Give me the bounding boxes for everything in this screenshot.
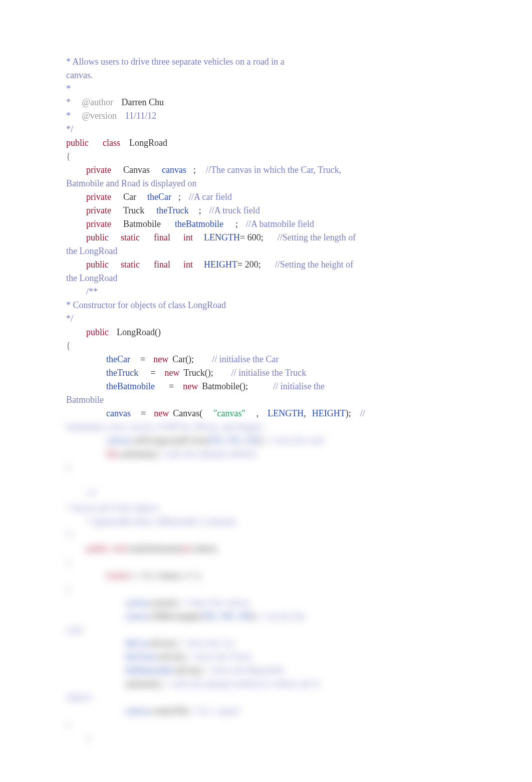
blurred-line: theBatmobile.drive(); // drive the Batmo… — [66, 664, 466, 677]
version-value: 11/11/12 — [125, 111, 157, 121]
eq: = — [140, 354, 145, 364]
blurred-line: animate(); // calls the animate method t… — [66, 677, 466, 691]
doc-line: * @version 11/11/12 — [66, 109, 466, 123]
ctor-name: LongRoad() — [117, 327, 161, 337]
blurred-line: } — [66, 461, 466, 474]
version-tag: @version — [82, 111, 119, 121]
arg: LENGTH — [268, 408, 304, 418]
doc: * Constructor for objects of class LongR… — [66, 300, 226, 310]
lhs: theTruck — [106, 368, 138, 378]
ctor-decl: publicLongRoad() — [66, 326, 466, 339]
open-brace: { — [66, 339, 466, 353]
kw-int: int — [183, 232, 193, 242]
doc: /** — [86, 287, 98, 297]
field-truck: privateTrucktheTruck;//A truck field — [66, 204, 466, 217]
comment-continuation: the LongRoad — [66, 244, 466, 258]
blurred-content: instantiate a new canvas of 600 by 200 p… — [66, 420, 466, 745]
doc-close: */ — [66, 124, 73, 134]
lhs: canvas — [106, 408, 131, 418]
field-name: theCar — [147, 192, 171, 202]
eq: = — [150, 368, 155, 378]
kw-static: static — [121, 232, 140, 242]
rhs: Car(); — [172, 354, 194, 364]
eq: = — [169, 381, 174, 391]
arg: HEIGHT — [312, 408, 346, 418]
type-call: Canvas( — [173, 408, 202, 418]
open-brace: { — [66, 150, 466, 163]
field-batmobile: privateBatmobiletheBatmobile;//A batmobi… — [66, 217, 466, 231]
field-canvas: privateCanvascanvas;//The canvas in whic… — [66, 163, 466, 177]
kw-public: public — [86, 232, 109, 242]
comment: //A car field — [189, 192, 232, 202]
type: Truck — [123, 205, 144, 215]
comment-continuation: Batmobile and Road is displayed on — [66, 177, 466, 190]
blurred-line: road — [66, 623, 466, 637]
comma: , — [256, 408, 259, 418]
doc-line: */ — [66, 123, 466, 136]
doc-open: /** — [66, 285, 466, 299]
semi: ; — [199, 205, 201, 215]
field-name: theTruck — [156, 205, 188, 215]
kw-new: new — [183, 381, 198, 391]
stmt-truck: theTruck=newTruck();// initialise the Tr… — [66, 366, 466, 380]
comment-cont: Batmobile — [66, 395, 104, 405]
comment: // initialise the — [273, 381, 325, 391]
blurred-line: canvas.setForegroundColor(255, 255, 255)… — [66, 434, 466, 447]
field-name: canvas — [162, 165, 186, 175]
kw-private: private — [86, 192, 111, 202]
blurred-line: instantiate a new canvas of 600 by 200 p… — [66, 420, 466, 434]
comment: // — [360, 408, 365, 418]
blurred-line: { — [66, 556, 466, 569]
kw-new: new — [165, 368, 180, 378]
doc-line: * — [66, 82, 466, 96]
doc-star: * — [66, 97, 73, 107]
kw-final: final — [154, 259, 170, 270]
doc: */ — [66, 314, 73, 324]
const-name: HEIGHT — [204, 259, 237, 270]
kw-private: private — [86, 219, 111, 229]
comment: //A truck field — [209, 205, 260, 215]
rhs: Batmobile(); — [202, 381, 248, 391]
val: = 600; — [240, 232, 263, 242]
blurred-line: { — [66, 583, 466, 596]
blurred-line: } — [66, 731, 466, 745]
semi: ; — [178, 192, 181, 202]
comment-text: * Allows users to drive three separate v… — [66, 57, 285, 67]
comment: //The canvas in which the Car, Truck, — [206, 165, 341, 175]
stmt-canvas: canvas=newCanvas("canvas",LENGTH,HEIGHT)… — [66, 407, 466, 420]
type: Car — [123, 192, 136, 202]
comment-continuation: Batmobile — [66, 393, 466, 407]
kw-int: int — [183, 259, 193, 270]
kw-private: private — [86, 165, 111, 175]
comment-cont: the LongRoad — [66, 273, 117, 283]
blurred-line: canvas.fillRectangle(100, 100, 100); // … — [66, 610, 466, 623]
blurred-line: * moves all of the objects — [66, 501, 466, 515]
blurred-line: canvas.erase(); // clears the canvas — [66, 596, 466, 610]
val: = 200; — [237, 259, 261, 270]
code-document: * Allows users to drive three separate v… — [0, 0, 532, 765]
blurred-line: */ — [66, 529, 466, 542]
field-name: theBatmobile — [175, 219, 223, 229]
type: Batmobile — [123, 219, 161, 229]
blurred-line: } — [66, 718, 466, 731]
field-length: publicstaticfinalintLENGTH= 600;//Settin… — [66, 231, 466, 244]
doc-line: * @author Darren Chu — [66, 96, 466, 109]
comment: //Setting the length of — [278, 232, 356, 242]
blurred-line: public void multiAnimate(int times) — [66, 542, 466, 556]
kw-public: public — [86, 327, 109, 337]
kw-final: final — [154, 232, 170, 242]
blurred-line: * @param& times of&times& to animate — [66, 515, 466, 529]
lhs: theCar — [106, 354, 130, 364]
comment-text: canvas. — [66, 70, 93, 80]
comment-cont: Batmobile and Road is displayed on — [66, 178, 196, 188]
doc-line: * Allows users to drive three separate v… — [66, 55, 466, 69]
doc-line: canvas. — [66, 69, 466, 82]
semi: ; — [193, 165, 196, 175]
field-height: publicstaticfinalintHEIGHT= 200;//Settin… — [66, 258, 466, 272]
doc-star: * — [66, 111, 73, 121]
comment: //A batmobile field — [246, 219, 314, 229]
stmt-car: theCar=newCar();// initialise the Car — [66, 353, 466, 366]
blurred-line: theTruck.drive(); // drive the Truck — [66, 650, 466, 664]
blurred-line: /** — [66, 488, 466, 501]
comment-text: * — [66, 84, 71, 94]
